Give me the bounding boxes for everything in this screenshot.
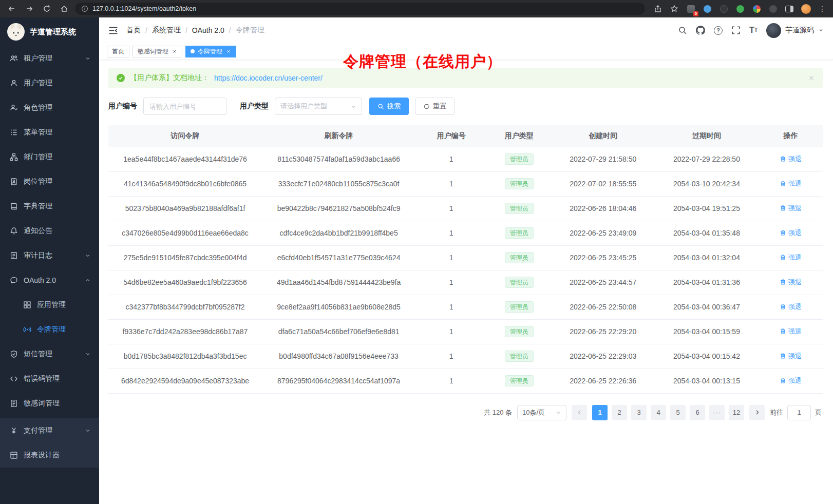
font-size-icon[interactable]: TT [749, 26, 758, 34]
extension-blue-icon[interactable] [702, 3, 713, 14]
access-token-cell: 41c41346a548490f9dc8b01c6bfe0865 [108, 171, 262, 196]
sidebar-item-10[interactable]: 应用管理 [0, 293, 99, 317]
action-cell: 强退 [759, 295, 823, 319]
force-logout-button[interactable]: 强退 [780, 179, 802, 188]
sidebar-item-5[interactable]: 岗位管理 [0, 169, 99, 194]
collapse-menu-icon[interactable] [108, 26, 118, 35]
force-logout-button[interactable]: 强退 [780, 376, 802, 385]
prev-page-button[interactable] [572, 405, 587, 420]
breadcrumb-item-2[interactable]: OAuth 2.0 [192, 26, 224, 34]
force-logout-button[interactable]: 强退 [780, 278, 802, 287]
sidebar-item-15[interactable]: 支付管理 [0, 418, 99, 443]
pager-page-5[interactable]: 5 [670, 405, 686, 420]
url-text: 127.0.0.1:1024/system/oauth2/token [92, 5, 196, 12]
access-token-cell: f9336e7c7dd242a283ee98dc86b17a87 [108, 319, 262, 344]
breadcrumb-item-1[interactable]: 系统管理 [152, 26, 181, 35]
force-logout-button[interactable]: 强退 [780, 302, 802, 312]
created-time-cell: 2022-06-25 23:44:57 [551, 270, 655, 295]
sidebar-item-4[interactable]: 部门管理 [0, 145, 99, 169]
page-size-select[interactable]: 10条/页 [517, 405, 566, 420]
extension-paw-icon[interactable] [767, 3, 779, 14]
access-token-cell: 54d6be82ee5a460a9aedc1f9bf223656 [108, 270, 262, 295]
app-title: 芋道管理系统 [30, 27, 76, 37]
token-table: 访问令牌刷新令牌用户编号用户类型创建时间过期时间操作 1ea5e44f8bc14… [108, 125, 823, 394]
app-logo[interactable]: 芋道管理系统 [0, 17, 99, 46]
profile-avatar[interactable] [800, 3, 811, 14]
tab-close-icon[interactable] [172, 49, 177, 54]
site-info-icon[interactable] [81, 5, 88, 12]
pager-page-4[interactable]: 4 [651, 405, 666, 420]
sidebar-item-2[interactable]: 角色管理 [0, 95, 99, 120]
side-panel-icon[interactable] [784, 3, 795, 14]
sidebar-item-14[interactable]: 敏感词管理 [0, 391, 99, 416]
created-time-cell: 2022-06-25 22:29:03 [551, 344, 655, 369]
user-type-select[interactable]: 请选择用户类型 [275, 98, 362, 115]
trash-icon [780, 156, 786, 162]
user-menu[interactable]: 芋道源码 [766, 23, 824, 38]
force-logout-button[interactable]: 强退 [780, 253, 802, 262]
fullscreen-icon[interactable] [731, 26, 741, 35]
trash-icon [780, 377, 786, 384]
reload-icon[interactable] [40, 2, 53, 15]
sidebar-item-6[interactable]: 字典管理 [0, 194, 99, 219]
sidebar-item-12[interactable]: 短信管理 [0, 342, 99, 366]
forward-icon[interactable] [23, 2, 36, 15]
home-icon[interactable] [58, 2, 71, 15]
chevron-up-icon [85, 277, 91, 283]
browser-toolbar-icons: 0 ⋮ [649, 3, 828, 14]
pager-page-2[interactable]: 2 [612, 405, 627, 420]
url-bar[interactable]: 127.0.0.1:1024/system/oauth2/token [75, 3, 645, 15]
table-row: f9336e7c7dd242a283ee98dc86b17a87dfa6c71a… [108, 319, 823, 344]
sidebar-item-8[interactable]: 审计日志 [0, 243, 99, 268]
post-badge-icon [10, 178, 18, 186]
force-logout-button[interactable]: 强退 [780, 154, 802, 164]
expire-time-cell: 2054-03-04 00:15:42 [655, 344, 759, 369]
tab-0[interactable]: 首页 [107, 46, 129, 57]
force-logout-button[interactable]: 强退 [780, 327, 802, 336]
reset-button[interactable]: 重置 [415, 98, 455, 115]
search-icon[interactable] [678, 26, 687, 35]
github-icon[interactable] [696, 26, 705, 35]
sidebar-item-16[interactable]: 报表设计器 [0, 443, 99, 468]
extension-badge-icon[interactable]: 0 [685, 3, 696, 14]
extension-dark-icon[interactable] [718, 3, 729, 14]
pager-more[interactable]: ··· [709, 405, 725, 420]
force-logout-button[interactable]: 强退 [780, 228, 802, 238]
force-logout-button[interactable]: 强退 [780, 352, 802, 361]
share-icon[interactable] [652, 3, 664, 14]
refresh-token-cell: 811c530487574fa0af1a59d3abc1aa66 [262, 147, 415, 171]
user-type-cell: 管理员 [487, 295, 551, 319]
user-type-cell: 管理员 [487, 319, 551, 344]
extensions-puzzle-icon[interactable] [751, 3, 762, 14]
next-page-button[interactable] [749, 405, 765, 420]
pager-page-6[interactable]: 6 [690, 405, 705, 420]
search-button[interactable]: 搜索 [369, 98, 409, 115]
sidebar-item-13[interactable]: 错误码管理 [0, 366, 99, 391]
bookmark-star-icon[interactable] [669, 3, 680, 14]
sidebar-item-0[interactable]: 租户管理 [0, 46, 99, 71]
sidebar-item-1[interactable]: 用户管理 [0, 71, 99, 95]
app-header: 首页/系统管理/OAuth 2.0/令牌管理 ? TT 芋道源码 [99, 17, 833, 43]
goto-page-input[interactable] [787, 405, 811, 420]
sidebar-item-9[interactable]: OAuth 2.0 [0, 268, 99, 293]
sidebar-item-7[interactable]: 通知公告 [0, 219, 99, 243]
pager-page-3[interactable]: 3 [631, 405, 647, 420]
doc-link[interactable]: https://doc.iocoder.cn/user-center/ [214, 74, 323, 82]
user-id-input[interactable] [143, 98, 226, 115]
tab-2[interactable]: 令牌管理 [185, 46, 236, 57]
user-id-cell: 1 [415, 319, 487, 344]
sidebar-item-3[interactable]: 菜单管理 [0, 120, 99, 145]
breadcrumb-item-0[interactable]: 首页 [126, 26, 141, 35]
pager-page-1[interactable]: 1 [592, 405, 608, 420]
help-icon[interactable]: ? [714, 26, 723, 35]
back-icon[interactable] [5, 2, 18, 15]
tab-close-icon[interactable] [225, 49, 231, 54]
user-id-label: 用户编号 [108, 102, 137, 111]
sidebar-item-11[interactable]: 令牌管理 [0, 317, 99, 342]
alert-close-icon[interactable] [808, 75, 815, 81]
browser-menu-icon[interactable]: ⋮ [817, 3, 828, 14]
extension-green-icon[interactable] [734, 3, 746, 14]
pager-page-12[interactable]: 12 [729, 405, 744, 420]
tab-1[interactable]: 敏感词管理 [132, 46, 182, 57]
force-logout-button[interactable]: 强退 [780, 204, 802, 213]
